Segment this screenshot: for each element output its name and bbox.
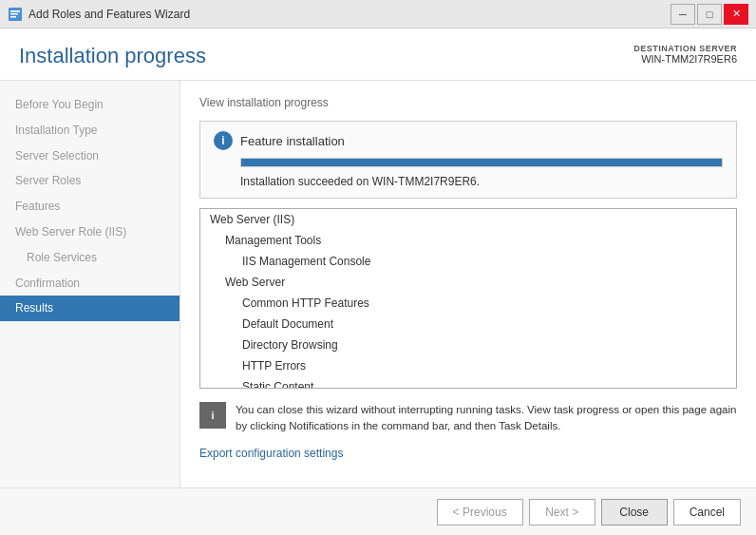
page-title: Installation progress: [19, 44, 206, 68]
tree-item-iis-mgmt-console: IIS Management Console: [200, 251, 736, 272]
tree-item-management-tools: Management Tools: [200, 230, 736, 251]
nav-role-services: Role Services: [0, 245, 180, 271]
maximize-button[interactable]: □: [697, 4, 722, 25]
wizard-body: Installation progress DESTINATION SERVER…: [0, 29, 756, 535]
tree-item-default-document: Default Document: [200, 314, 736, 334]
install-success-message: Installation succeeded on WIN-TMM2I7R9ER…: [240, 175, 723, 188]
progress-bar-container: [240, 158, 723, 167]
destination-server-info: DESTINATION SERVER WIN-TMM2I7R9ER6: [633, 44, 737, 65]
info-icon: i: [214, 131, 233, 150]
close-button[interactable]: Close: [601, 499, 668, 525]
tree-item-web-server-iis: Web Server (IIS): [200, 209, 736, 230]
title-bar: Add Roles and Features Wizard ─ □ ✕: [0, 0, 756, 29]
tree-box[interactable]: Web Server (IIS) Management Tools IIS Ma…: [199, 208, 737, 389]
nav-results: Results: [0, 296, 180, 321]
notification-text: You can close this wizard without interr…: [236, 402, 737, 435]
wizard-icon: [8, 7, 23, 22]
tree-item-static-content: Static Content: [200, 376, 736, 389]
nav-features: Features: [0, 194, 180, 220]
section-title: View installation progress: [199, 96, 737, 109]
feature-install-header: i Feature installation: [214, 131, 723, 150]
nav-before-you-begin: Before You Begin: [0, 92, 180, 118]
wizard-header: Installation progress DESTINATION SERVER…: [0, 29, 756, 81]
title-bar-title: Add Roles and Features Wizard: [28, 8, 190, 21]
tree-item-http-errors: HTTP Errors: [200, 355, 736, 376]
nav-web-server-role: Web Server Role (IIS): [0, 220, 180, 245]
close-window-button[interactable]: ✕: [724, 4, 748, 25]
svg-rect-1: [10, 10, 20, 12]
title-bar-controls: ─ □ ✕: [671, 4, 748, 25]
svg-rect-2: [10, 13, 18, 15]
nav-server-selection: Server Selection: [0, 143, 180, 169]
feature-install-box: i Feature installation Installation succ…: [199, 121, 737, 199]
minimize-button[interactable]: ─: [671, 4, 695, 25]
tree-item-common-http: Common HTTP Features: [200, 293, 736, 314]
destination-name: WIN-TMM2I7R9ER6: [633, 53, 737, 65]
wizard-main: View installation progress i Feature ins…: [180, 81, 756, 487]
export-link[interactable]: Export configuration settings: [199, 447, 343, 460]
svg-rect-3: [10, 16, 16, 18]
tree-item-directory-browsing: Directory Browsing: [200, 334, 736, 355]
wizard-nav: Before You Begin Installation Type Serve…: [0, 81, 180, 487]
progress-bar-fill: [241, 159, 722, 166]
notification-icon: i: [199, 402, 226, 429]
wizard-content: Before You Begin Installation Type Serve…: [0, 81, 756, 487]
wizard-footer: < Previous Next > Close Cancel: [0, 487, 756, 535]
previous-button[interactable]: < Previous: [437, 499, 523, 525]
cancel-button[interactable]: Cancel: [673, 499, 741, 525]
nav-confirmation: Confirmation: [0, 271, 180, 296]
feature-install-title: Feature installation: [240, 134, 345, 148]
tree-item-web-server: Web Server: [200, 272, 736, 293]
notification-box: i You can close this wizard without inte…: [199, 402, 737, 435]
title-bar-left: Add Roles and Features Wizard: [8, 7, 190, 22]
destination-label: DESTINATION SERVER: [633, 44, 737, 53]
next-button[interactable]: Next >: [529, 499, 595, 525]
nav-installation-type: Installation Type: [0, 118, 180, 143]
nav-server-roles: Server Roles: [0, 168, 180, 194]
